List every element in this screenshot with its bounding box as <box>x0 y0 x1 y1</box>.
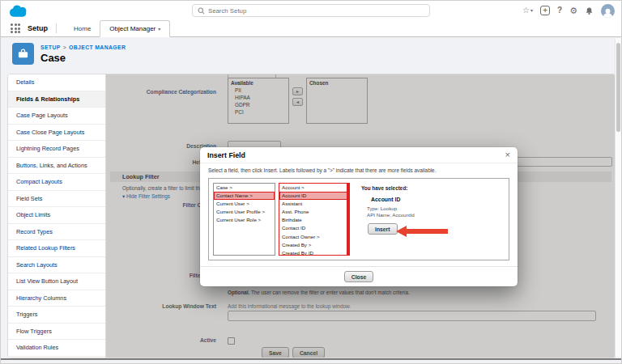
field-option[interactable]: Current User Profile > <box>214 208 275 216</box>
sidebar-item[interactable]: Related Lookup Filters <box>8 240 105 257</box>
field-column-1: Case >Contact Name >Current User >Curren… <box>213 183 275 256</box>
sidebar-item[interactable]: Lightning Record Pages <box>8 141 105 158</box>
page-header: SETUP>OBJECT MANAGER Case <box>12 43 126 65</box>
field-option[interactable]: Created By > <box>279 241 349 249</box>
annotation-arrow-icon <box>396 225 448 241</box>
salesforce-setup-window: ☆▾ + ? ⚙ Setup Home Object Manager▾ SETU… <box>0 0 622 364</box>
field-option[interactable]: Assistant <box>279 200 349 208</box>
page-title: Case <box>40 52 126 64</box>
field-option[interactable]: Account > <box>279 184 349 192</box>
selected-field-name: Account ID <box>371 197 445 202</box>
modal-header: Insert Field × <box>200 147 518 163</box>
breadcrumb-separator: > <box>61 44 69 50</box>
field-picker: Case >Contact Name >Current User >Curren… <box>208 178 509 260</box>
sidebar-item[interactable]: Case Page Layouts <box>8 108 105 125</box>
setup-nav-bar: Setup Home Object Manager▾ <box>1 20 621 37</box>
window-scrollbar[interactable] <box>615 38 621 357</box>
chevron-down-icon: ▾ <box>158 26 160 32</box>
sidebar-item[interactable]: Hierarchy Columns <box>8 290 105 307</box>
favorites-star-icon[interactable]: ☆▾ <box>522 6 533 15</box>
field-option[interactable]: Birthdate <box>279 216 349 224</box>
modal-footer: Close <box>200 266 518 286</box>
modal-instruction: Select a field, then click Insert. Label… <box>200 163 518 173</box>
setup-gear-icon[interactable]: ⚙ <box>569 6 577 15</box>
sidebar-item[interactable]: Case Close Page Layouts <box>8 125 105 142</box>
sidebar-item[interactable]: Search Layouts <box>8 257 105 274</box>
field-option[interactable]: Case > <box>214 184 275 192</box>
app-launcher-icon[interactable] <box>11 23 20 33</box>
breadcrumb-setup[interactable]: SETUP <box>40 44 61 50</box>
close-icon[interactable]: × <box>505 150 510 159</box>
object-sidebar: DetailsFields & RelationshipsCase Page L… <box>8 74 106 358</box>
field-option[interactable]: Contact ID <box>279 224 349 232</box>
field-option[interactable]: Contact Owner > <box>279 233 349 241</box>
field-option[interactable]: Account ID <box>279 192 349 200</box>
sidebar-item[interactable]: Record Types <box>8 224 105 241</box>
sidebar-item[interactable]: List View Button Layout <box>8 273 105 290</box>
field-column-2: Account >Account IDAssistantAsst. PhoneB… <box>279 183 350 256</box>
scrollbar-thumb[interactable] <box>616 43 620 132</box>
search-icon <box>198 3 205 18</box>
tab-home[interactable]: Home <box>65 20 100 36</box>
app-name: Setup <box>28 24 48 32</box>
search-input[interactable] <box>208 7 424 15</box>
field-option[interactable]: Asst. Phone <box>279 208 349 216</box>
sidebar-item[interactable]: Triggers <box>8 307 105 324</box>
field-option[interactable]: Current User Role > <box>214 216 275 224</box>
global-header: ☆▾ + ? ⚙ <box>1 1 621 20</box>
header-actions: ☆▾ + ? ⚙ <box>522 2 615 19</box>
breadcrumb: SETUP>OBJECT MANAGER <box>40 44 126 50</box>
nav-divider <box>56 23 57 33</box>
user-avatar[interactable] <box>601 4 615 18</box>
sidebar-item[interactable]: Field Sets <box>8 191 105 208</box>
modal-title: Insert Field <box>207 151 245 159</box>
sidebar-item[interactable]: Compact Layouts <box>8 174 105 191</box>
insert-button[interactable]: Insert <box>368 223 398 235</box>
breadcrumb-object-manager[interactable]: OBJECT MANAGER <box>69 44 126 50</box>
notifications-bell-icon[interactable] <box>585 6 594 15</box>
sidebar-item[interactable]: Object Limits <box>8 207 105 224</box>
selected-field-type: Type: Lookup <box>367 205 445 212</box>
favorites-caret-icon: ▾ <box>530 8 533 13</box>
salesforce-logo-icon <box>8 3 30 21</box>
sidebar-item[interactable]: Buttons, Links, and Actions <box>8 158 105 175</box>
insert-field-modal: Insert Field × Select a field, then clic… <box>200 147 518 286</box>
selected-field-api-name: API Name: AccountId <box>367 212 445 218</box>
sidebar-item[interactable]: Validation Rules <box>8 340 105 357</box>
window-bottom-edge <box>1 358 621 360</box>
help-icon[interactable]: ? <box>557 6 562 15</box>
modal-close-button[interactable]: Close <box>344 271 374 282</box>
case-object-icon <box>12 43 34 65</box>
field-option[interactable]: Current User > <box>214 200 275 208</box>
selection-heading: You have selected: <box>361 185 445 191</box>
tab-object-manager[interactable]: Object Manager▾ <box>100 20 170 37</box>
field-option[interactable]: Created By ID <box>279 249 349 256</box>
field-option[interactable]: Contact Name > <box>214 192 275 200</box>
sidebar-item[interactable]: Flow Triggers <box>8 324 105 341</box>
global-search[interactable] <box>192 4 430 17</box>
sidebar-item[interactable]: Fields & Relationships <box>8 91 105 108</box>
sidebar-item[interactable]: Details <box>8 74 105 91</box>
global-actions-icon[interactable]: + <box>540 6 550 15</box>
column-scrollbar[interactable] <box>347 184 350 255</box>
